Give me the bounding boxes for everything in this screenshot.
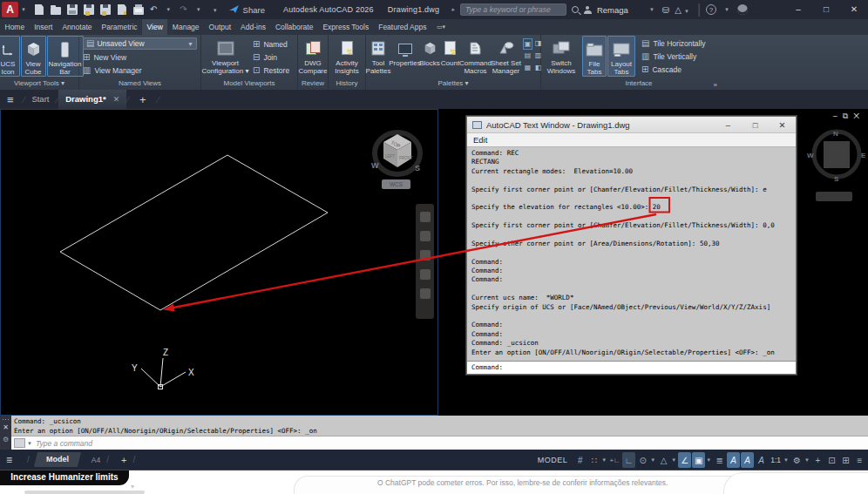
object-snap-icon[interactable]: ▣	[692, 452, 705, 468]
help-caret[interactable]: ▼	[724, 7, 729, 12]
navigation-bar-button[interactable]: Navigation Bar	[47, 36, 84, 77]
view-cube-button[interactable]: View Cube	[21, 36, 46, 77]
tab-express-tools[interactable]: Express Tools	[318, 19, 374, 35]
tab-featured-apps[interactable]: Featured Apps	[374, 19, 431, 35]
command-macros-button[interactable]: Command Macros	[460, 35, 491, 78]
switch-windows-button[interactable]: Switch Windows	[541, 35, 581, 78]
close-button[interactable]: ✕	[840, 0, 868, 19]
polar-caret[interactable]: ▼	[650, 457, 656, 463]
command-history[interactable]: Command: _ucsicon Enter an option [ON/OF…	[11, 416, 868, 436]
text-window-titlebar[interactable]: AutoCAD Text Window - Drawing1.dwg – □ ✕	[467, 117, 796, 133]
new-file-icon[interactable]	[35, 4, 44, 15]
panel-label-model-viewports[interactable]: Model Viewports	[201, 78, 297, 89]
visual-styles-icon[interactable]: ▣	[523, 38, 532, 50]
ortho-icon[interactable]: ∟	[622, 452, 635, 468]
customize-status-icon[interactable]: ≡	[853, 452, 866, 468]
new-layout-button[interactable]: +	[121, 455, 126, 465]
clean-screen-icon[interactable]: ⊞	[839, 452, 852, 468]
restore-viewports-button[interactable]: ⊡ Restore	[249, 64, 289, 77]
ribbon-overflow-arrow[interactable]: »	[714, 81, 717, 89]
tab-output[interactable]: Output	[204, 19, 236, 35]
viewcube-left[interactable]: TOP LEFT FRONT W S	[371, 132, 420, 174]
search-icon[interactable]	[572, 6, 579, 13]
print-icon[interactable]	[133, 7, 144, 15]
object-snap-tracking-icon[interactable]: ∠	[678, 452, 691, 468]
polar-tracking-icon[interactable]: ⊙	[636, 452, 649, 468]
left-viewport[interactable]: Z X Y TOP LEFT FRONT W S WCS	[0, 109, 438, 416]
infer-constraints-icon[interactable]: +∟	[608, 452, 621, 468]
dwg-compare-button[interactable]: DWG Compare	[298, 35, 328, 78]
tab-annotate[interactable]: Annotate	[58, 19, 97, 35]
annotation-autoscale-icon[interactable]: A	[741, 452, 754, 468]
viewcube-right-e[interactable]: E	[861, 152, 866, 159]
tool-palettes-button[interactable]: Tool Palettes	[366, 35, 390, 78]
undo-icon[interactable]: ↶	[150, 0, 157, 19]
navbar-zoom-icon[interactable]	[420, 250, 431, 261]
navbar-wheel-icon[interactable]	[420, 212, 431, 222]
navbar-orbit-icon[interactable]	[420, 269, 431, 280]
join-viewports-button[interactable]: ⊟ Join	[249, 51, 289, 64]
rectangle-wireframe[interactable]	[60, 155, 328, 310]
autodesk-access-caret[interactable]: ▼	[684, 9, 689, 14]
isodraft-caret[interactable]: ▼	[671, 457, 677, 463]
viewcube-right-n[interactable]: N	[833, 130, 838, 138]
navigation-bar[interactable]	[416, 204, 434, 319]
viewcube-right-s[interactable]: S	[834, 175, 839, 183]
tab-parametric[interactable]: Parametric	[97, 19, 142, 35]
search-input[interactable]: Type a keyword or phrase	[460, 3, 566, 16]
sheet-set-manager-button[interactable]: Sheet Set Manager	[491, 35, 521, 78]
ucs-icon-button[interactable]: UCS Icon	[0, 36, 20, 77]
text-window-input[interactable]: Command:	[467, 361, 796, 374]
viewcube-right-w[interactable]: W	[807, 152, 814, 159]
text-window-menu-edit[interactable]: Edit	[467, 133, 796, 147]
grip-dots-icon[interactable]	[2, 418, 10, 422]
cascade-button[interactable]: ⊞ Cascade	[638, 63, 706, 76]
file-tab-drawing1[interactable]: Drawing1*✕	[58, 90, 126, 109]
snap-icon[interactable]: ∷	[587, 452, 600, 468]
command-wrench-icon[interactable]: ⚙	[3, 436, 9, 444]
named-viewports-button[interactable]: ⊞ Named	[249, 37, 289, 51]
grid-icon[interactable]: #	[573, 452, 587, 468]
file-tab-start[interactable]: Start	[24, 90, 56, 109]
panel-label-palettes[interactable]: Palettes ▾	[366, 78, 540, 89]
file-tabs-button[interactable]: File Tabs	[582, 36, 607, 77]
model-tab[interactable]: Model	[34, 452, 81, 467]
layout-tabs-button[interactable]: Layout Tabs	[607, 36, 635, 77]
redo-icon[interactable]: ↷	[180, 0, 186, 19]
panel-label-viewport-tools[interactable]: Viewport Tools ▾	[0, 78, 78, 89]
wcs-pill-left[interactable]: WCS	[382, 179, 410, 189]
command-input-row[interactable]: ▼ Type a command	[11, 436, 868, 450]
save-as-icon[interactable]	[84, 4, 94, 15]
text-window-close[interactable]: ✕	[769, 120, 796, 130]
minimize-button[interactable]: –	[784, 0, 812, 19]
activity-insights-button[interactable]: ↯ Activity Insights	[329, 35, 365, 78]
help-icon[interactable]: ?	[706, 4, 716, 15]
new-view-button[interactable]: ⊞ New View	[79, 51, 200, 64]
count-button[interactable]: ↯ Count	[440, 35, 460, 78]
navbar-pan-icon[interactable]	[420, 231, 431, 241]
workspace-caret[interactable]: ▼	[804, 457, 810, 463]
isolate-objects-icon[interactable]: ⊡	[825, 452, 838, 468]
etransmit-icon[interactable]	[118, 4, 126, 15]
app-store-icon[interactable]: ⛁	[662, 5, 669, 15]
tab-manage[interactable]: Manage	[167, 19, 204, 35]
tab-home[interactable]: Home	[0, 19, 30, 35]
viewcube-right[interactable]: N W E S	[806, 126, 868, 192]
user-name[interactable]: Remaga	[597, 5, 628, 15]
navbar-showmotion-icon[interactable]	[420, 288, 431, 299]
annotation-scale-value[interactable]: 1:1	[769, 456, 783, 464]
scale-caret[interactable]: ▼	[783, 457, 790, 463]
viewcube-left-s[interactable]: S	[415, 164, 420, 173]
workspace-gear-icon[interactable]: ⚙	[790, 452, 804, 468]
view-manager-button[interactable]: ▥ View Manager	[79, 64, 200, 77]
view-combo[interactable]: ▤ Unsaved View ▼	[83, 37, 197, 50]
undo-caret[interactable]: ▼	[166, 0, 171, 19]
tile-horizontally-button[interactable]: ▤ Tile Horizontally	[638, 37, 706, 50]
viewcube-left-w[interactable]: W	[371, 161, 379, 170]
autocad-logo[interactable]: A	[2, 2, 18, 17]
file-tabs-menu-icon[interactable]: ≡	[7, 93, 14, 106]
lineweight-icon[interactable]: ≣	[713, 452, 726, 468]
view-combo-caret[interactable]: ▼	[187, 41, 193, 47]
feedback-icon[interactable]	[737, 4, 748, 15]
text-window-content[interactable]: Command: RECRECTANGCurrent rectangle mod…	[467, 147, 796, 361]
